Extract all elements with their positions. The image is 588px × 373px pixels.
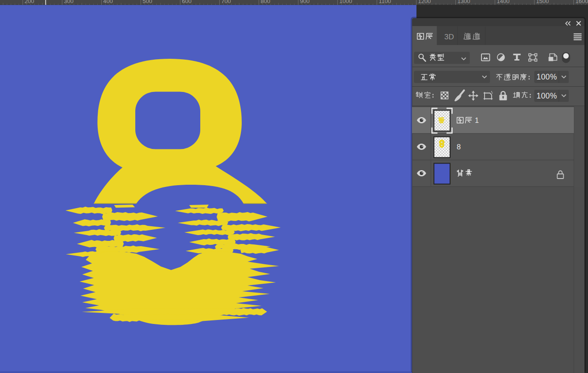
svg-text:900: 900 [300,0,310,4]
svg-text:1000: 1000 [340,0,352,4]
svg-text:1200: 1200 [418,0,431,4]
svg-text:1400: 1400 [497,0,510,4]
svg-text:1600: 1600 [576,0,588,4]
svg-text:300: 300 [64,0,74,4]
svg-text:1100: 1100 [379,0,391,4]
svg-text:1500: 1500 [536,0,549,4]
svg-text:400: 400 [103,0,113,4]
svg-text:3D: 3D [444,33,454,41]
svg-text:100%: 100% [537,91,557,100]
svg-text:700: 700 [221,0,231,4]
svg-text:1: 1 [475,116,479,124]
svg-text:1300: 1300 [458,0,470,4]
svg-text:800: 800 [261,0,271,4]
svg-text:600: 600 [182,0,192,4]
svg-text:500: 500 [143,0,153,4]
svg-text:100%: 100% [537,72,557,81]
svg-text:8: 8 [457,143,461,151]
svg-text:200: 200 [25,0,34,4]
